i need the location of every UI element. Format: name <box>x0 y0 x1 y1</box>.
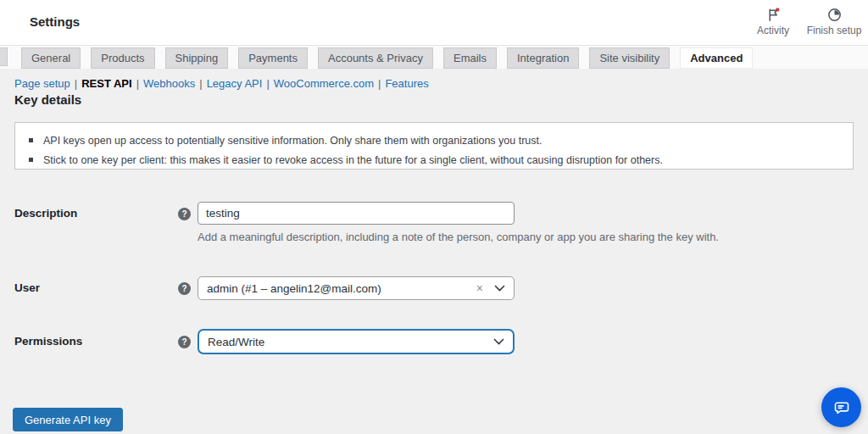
tab-general[interactable]: General <box>21 47 81 69</box>
subnav-rest-api-current: REST API <box>81 77 131 90</box>
description-input[interactable] <box>198 202 515 225</box>
progress-clock-icon <box>800 7 868 23</box>
speech-bubble-icon <box>832 398 851 417</box>
tab-emails[interactable]: Emails <box>443 47 497 69</box>
permissions-help-icon[interactable]: ? <box>178 336 191 348</box>
tab-payments[interactable]: Payments <box>238 47 308 69</box>
permissions-select[interactable]: Read/Write <box>198 329 515 354</box>
subnav-separator: | <box>266 77 269 90</box>
subnav-separator: | <box>199 77 202 90</box>
subnav-webhooks[interactable]: Webhooks <box>143 77 195 90</box>
notice-text-1: API keys open up access to potentially s… <box>43 135 542 147</box>
subnav-legacy-api[interactable]: Legacy API <box>207 77 263 90</box>
user-label: User <box>14 281 40 294</box>
finish-setup-button[interactable]: Finish setup <box>800 7 868 36</box>
description-label: Description <box>14 207 77 220</box>
settings-tabs: General Products Shipping Payments Accou… <box>21 47 753 69</box>
tab-advanced[interactable]: Advanced <box>680 47 753 69</box>
notice-text-2: Stick to one key per client: this makes … <box>43 154 663 166</box>
advanced-subnav: Page setup|REST API|Webhooks|Legacy API|… <box>14 77 429 90</box>
notice-line-2: Stick to one key per client: this makes … <box>29 150 839 170</box>
activity-flag-icon <box>746 7 800 23</box>
tab-integration[interactable]: Integration <box>507 47 579 69</box>
activity-button[interactable]: Activity <box>746 7 800 36</box>
top-header: Settings Activity Finish setup <box>0 0 868 46</box>
chevron-down-icon <box>494 285 505 292</box>
description-help-icon[interactable]: ? <box>178 208 191 220</box>
user-help-icon[interactable]: ? <box>178 282 191 295</box>
subnav-page-setup[interactable]: Page setup <box>14 77 70 90</box>
square-bullet-icon <box>29 158 33 162</box>
permissions-label: Permissions <box>14 335 82 348</box>
subnav-separator: | <box>75 77 77 90</box>
generate-api-key-button[interactable]: Generate API key <box>13 408 123 431</box>
description-helper-text: Add a meaningful description, including … <box>198 231 774 243</box>
user-select[interactable]: admin (#1 – angelin12@mail.com) × <box>198 276 515 300</box>
tab-strip-left-stub <box>0 47 8 66</box>
permissions-select-value: Read/Write <box>208 336 493 348</box>
page-title-settings: Settings <box>30 14 80 29</box>
key-details-heading: Key details <box>14 92 81 107</box>
tab-accounts-privacy[interactable]: Accounts & Privacy <box>318 47 433 69</box>
user-select-value: admin (#1 – angelin12@mail.com) <box>207 282 476 295</box>
api-keys-notice: API keys open up access to potentially s… <box>14 122 854 170</box>
chevron-down-icon <box>493 338 504 346</box>
subnav-separator: | <box>136 77 139 90</box>
finish-setup-label: Finish setup <box>807 25 862 36</box>
tab-products[interactable]: Products <box>91 47 154 69</box>
clear-selection-icon[interactable]: × <box>476 282 483 294</box>
square-bullet-icon <box>29 138 33 142</box>
tab-shipping[interactable]: Shipping <box>165 47 229 69</box>
subnav-separator: | <box>378 77 381 90</box>
subnav-woocommerce-com[interactable]: WooCommerce.com <box>274 77 374 90</box>
subnav-features[interactable]: Features <box>385 77 428 90</box>
chat-widget-button[interactable] <box>821 387 861 427</box>
settings-tab-strip: General Products Shipping Payments Accou… <box>0 46 868 69</box>
tab-site-visibility[interactable]: Site visibility <box>589 47 670 69</box>
activity-label: Activity <box>757 25 789 36</box>
notice-line-1: API keys open up access to potentially s… <box>29 131 839 150</box>
